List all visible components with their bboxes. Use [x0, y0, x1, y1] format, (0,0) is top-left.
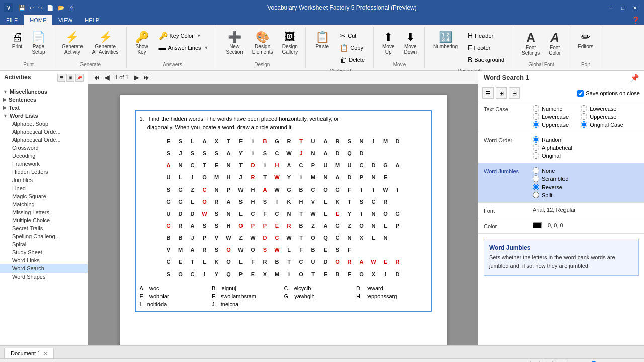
list-view-icon[interactable]: ☰ — [57, 74, 65, 82]
doc-scroll[interactable]: 1. Find the hidden words. The words have… — [88, 84, 478, 345]
sidebar-item-spelling-challenge[interactable]: Spelling Challeng... — [0, 232, 88, 240]
rp-list-view[interactable]: ☰ — [482, 87, 494, 99]
sidebar-item-word-search[interactable]: Word Search — [0, 264, 88, 273]
original-case-option[interactable]: Original Case — [581, 121, 623, 128]
redo-quick-btn[interactable]: ↪ — [37, 4, 44, 12]
uppercase2-radio[interactable] — [581, 113, 587, 120]
generate-all-button[interactable]: ⚡ GenerateAll Activities — [89, 29, 122, 57]
original-order-option[interactable]: Original — [533, 152, 572, 159]
alphabetical-option[interactable]: Alphabetical — [533, 144, 572, 151]
sidebar-item-study-sheet[interactable]: Study Sheet — [0, 248, 88, 256]
alphabetical-radio[interactable] — [533, 144, 539, 151]
tab-help[interactable]: HELP — [78, 15, 105, 25]
original-order-radio[interactable] — [533, 152, 539, 159]
random-option[interactable]: Random — [533, 136, 572, 143]
editors-button[interactable]: ✏ Editors — [574, 29, 597, 52]
sidebar-item-decoding[interactable]: Decoding — [0, 152, 88, 160]
close-button[interactable]: ✕ — [630, 4, 640, 12]
footer-button[interactable]: F Footer — [464, 42, 508, 53]
none-option[interactable]: None — [533, 167, 569, 174]
pin-icon[interactable]: 📌 — [75, 74, 84, 82]
maximize-button[interactable]: □ — [618, 4, 628, 12]
rp-grid-view[interactable]: ⊞ — [496, 87, 507, 99]
move-down-button[interactable]: ⬇ MoveDown — [400, 29, 420, 57]
next-page-button[interactable]: ▶ — [133, 72, 140, 82]
background-button[interactable]: B Background — [464, 54, 508, 65]
sidebar-item-alphabet-soup[interactable]: Alphabet Soup — [0, 120, 88, 128]
sidebar-item-secret-trails[interactable]: Secret Trails — [0, 224, 88, 232]
help-icon-btn[interactable]: ❓ — [627, 15, 644, 25]
close-tab-icon[interactable]: ✕ — [43, 351, 47, 356]
scrambled-radio[interactable] — [533, 175, 539, 182]
uppercase1-option[interactable]: Uppercase — [533, 121, 569, 128]
sidebar-item-missing-letters[interactable]: Missing Letters — [0, 208, 88, 216]
sidebar-item-alpha-order-2[interactable]: Alphabetical Orde... — [0, 136, 88, 144]
show-key-button[interactable]: 🔑 ShowKey — [132, 29, 152, 57]
design-elements-button[interactable]: 🎨 DesignElements — [249, 29, 277, 57]
sidebar-item-jumbles[interactable]: Jumbles — [0, 176, 88, 184]
split-radio[interactable] — [533, 192, 539, 198]
document-tab[interactable]: Document 1 ✕ — [4, 348, 54, 358]
sidebar-item-sentences[interactable]: ▶ Sentences — [0, 96, 88, 104]
lowercase2-radio[interactable] — [581, 105, 587, 112]
tab-file[interactable]: FILE — [0, 15, 24, 25]
key-color-button[interactable]: 🔑 Key Color ▼ — [155, 30, 212, 41]
scrambled-option[interactable]: Scrambled — [533, 175, 569, 182]
sidebar-item-lined[interactable]: Lined — [0, 184, 88, 192]
grid-view-icon[interactable]: ⊞ — [66, 74, 74, 82]
sidebar-item-hidden-letters[interactable]: Hidden Letters — [0, 168, 88, 176]
sidebar-item-alpha-order-1[interactable]: Alphabetical Orde... — [0, 128, 88, 136]
sidebar-item-spiral[interactable]: Spiral — [0, 240, 88, 248]
sidebar-item-word-shapes[interactable]: Word Shapes — [0, 273, 88, 281]
print-button[interactable]: 🖨 Print — [8, 29, 26, 52]
pin-panel-icon[interactable]: 📌 — [630, 74, 639, 82]
numeric-option[interactable]: Numeric — [533, 105, 569, 112]
numbering-button[interactable]: 🔢 Numbering — [430, 29, 461, 52]
reverse-radio[interactable] — [533, 184, 539, 190]
tab-home[interactable]: HOME — [24, 15, 52, 25]
design-gallery-button[interactable]: 🖼 DesignGallery — [279, 29, 302, 57]
none-radio[interactable] — [533, 167, 539, 174]
tab-view[interactable]: VIEW — [52, 15, 78, 25]
lowercase2-option[interactable]: Lowercase — [581, 105, 623, 112]
last-page-button[interactable]: ⏭ — [142, 72, 151, 82]
sidebar-item-matching[interactable]: Matching — [0, 200, 88, 208]
uppercase1-radio[interactable] — [533, 121, 539, 128]
cut-button[interactable]: ✂ Cut — [336, 30, 368, 41]
font-color-button[interactable]: A FontColor — [545, 29, 565, 58]
delete-button[interactable]: 🗑 Delete — [336, 54, 368, 65]
sidebar-item-crossword[interactable]: Crossword — [0, 144, 88, 152]
lowercase1-option[interactable]: Lowercase — [533, 113, 569, 120]
move-up-button[interactable]: ⬆ MoveUp — [379, 29, 398, 57]
header-button[interactable]: H Header — [464, 30, 508, 41]
undo-quick-btn[interactable]: ↩ — [28, 4, 36, 12]
prev-page-button[interactable]: ◀ — [103, 72, 111, 82]
sidebar-item-text[interactable]: ▶ Text — [0, 104, 88, 112]
open-quick-btn[interactable]: 📂 — [56, 4, 66, 12]
sidebar-item-magic-square[interactable]: Magic Square — [0, 192, 88, 200]
uppercase2-option[interactable]: Uppercase — [581, 113, 623, 120]
sidebar-item-word-links[interactable]: Word Links — [0, 256, 88, 264]
sidebar-item-miscellaneous[interactable]: ▼ Miscellaneous — [0, 87, 88, 96]
new-section-button[interactable]: ➕ NewSection — [222, 29, 246, 57]
reverse-option[interactable]: Reverse — [533, 184, 569, 190]
rp-another-view[interactable]: ⊟ — [509, 87, 520, 99]
save-quick-btn[interactable]: 💾 — [17, 4, 27, 12]
random-radio[interactable] — [533, 136, 539, 143]
original-case-radio[interactable] — [581, 121, 587, 128]
numeric-radio[interactable] — [533, 105, 539, 112]
generate-activity-button[interactable]: ⚡ GenerateActivity — [58, 29, 87, 57]
paste-button[interactable]: 📋 Paste — [311, 29, 333, 52]
save-options-checkbox[interactable] — [577, 90, 584, 97]
copy-button[interactable]: 📋 Copy — [336, 42, 368, 53]
first-page-button[interactable]: ⏮ — [92, 72, 101, 82]
sidebar-item-multiple-choice[interactable]: Multiple Choice — [0, 216, 88, 224]
split-option[interactable]: Split — [533, 192, 569, 198]
minimize-button[interactable]: ─ — [606, 4, 616, 12]
new-quick-btn[interactable]: 📄 — [45, 4, 55, 12]
font-settings-button[interactable]: A FontSettings — [518, 29, 543, 58]
page-setup-button[interactable]: 📄 PageSetup — [28, 29, 49, 57]
print-quick-btn[interactable]: 🖨 — [67, 4, 76, 12]
lowercase1-radio[interactable] — [533, 113, 539, 120]
sidebar-item-framework[interactable]: Framework — [0, 160, 88, 168]
